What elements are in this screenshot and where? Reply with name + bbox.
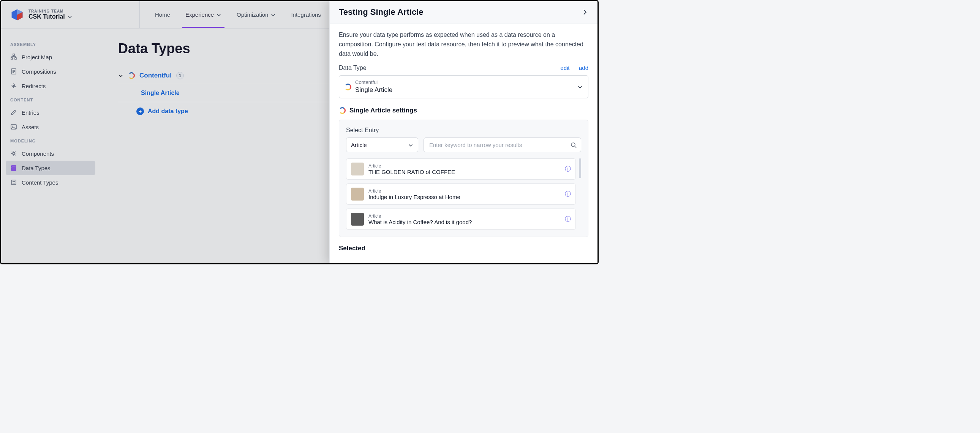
- sidebar-item-compositions[interactable]: Compositions: [6, 64, 95, 79]
- plus-icon: +: [136, 108, 144, 115]
- scrollbar[interactable]: [579, 158, 581, 178]
- info-icon[interactable]: ⓘ: [565, 165, 571, 173]
- entry-kind: Article: [368, 163, 560, 169]
- sidebar-item-label: Content Types: [22, 179, 58, 186]
- chevron-down-icon: [408, 142, 413, 148]
- brand-logo-icon: [10, 8, 24, 22]
- data-type-section-label: Data Type: [339, 65, 367, 72]
- settings-title: Single Article settings: [350, 107, 417, 114]
- panel-description: Ensure your data type performs as expect…: [339, 30, 589, 59]
- project-switcher[interactable]: TRAINING TEAM CSK Tutorial: [10, 8, 124, 22]
- sidebar-item-data-types[interactable]: Data Types: [6, 161, 95, 175]
- add-data-type-label: Add data type: [148, 108, 188, 115]
- nav-integrations[interactable]: Integrations: [291, 1, 321, 28]
- contentful-icon: [345, 84, 352, 91]
- sitemap-icon: [10, 54, 17, 60]
- sidebar-item-label: Components: [22, 150, 54, 157]
- entry-title: THE GOLDEN RATIO of COFFEE: [368, 169, 560, 175]
- info-icon[interactable]: ⓘ: [565, 190, 571, 198]
- entry-thumbnail: [351, 162, 364, 175]
- selector-type: Single Article: [355, 86, 392, 94]
- chevron-right-icon[interactable]: [582, 9, 589, 16]
- search-icon: [571, 142, 577, 148]
- sidebar-item-redirects[interactable]: Redirects: [6, 79, 95, 93]
- svg-line-20: [575, 146, 576, 148]
- nav-experience[interactable]: Experience: [185, 1, 221, 28]
- sidebar-item-content-types[interactable]: Content Types: [6, 175, 95, 189]
- group-modeling: MODELING: [6, 134, 95, 146]
- group-content: CONTENT: [6, 93, 95, 105]
- nav-home[interactable]: Home: [155, 1, 170, 28]
- org-label: TRAINING TEAM: [29, 9, 73, 13]
- sidebar-item-entries[interactable]: Entries: [6, 105, 95, 119]
- chevron-down-icon: [216, 12, 221, 18]
- entry-kind: Article: [368, 213, 560, 219]
- chevron-down-icon: [578, 84, 583, 90]
- entry-thumbnail: [351, 213, 364, 226]
- entry-item[interactable]: Article What is Acidity in Coffee? And i…: [346, 209, 576, 230]
- svg-rect-13: [11, 166, 16, 167]
- add-link[interactable]: add: [579, 65, 589, 71]
- document-icon: [10, 68, 17, 75]
- chevron-down-icon: [118, 73, 123, 78]
- sidebar: ASSEMBLY Project Map Compositions Redire…: [1, 29, 100, 263]
- info-icon[interactable]: ⓘ: [565, 215, 571, 223]
- entry-item[interactable]: Article THE GOLDEN RATIO of COFFEE ⓘ: [346, 158, 576, 180]
- image-icon: [10, 123, 17, 130]
- main-nav: Home Experience Optimization Integration…: [139, 1, 321, 28]
- sidebar-item-label: Compositions: [22, 68, 56, 75]
- svg-rect-16: [11, 180, 16, 185]
- data-type-name: Single Article: [141, 90, 180, 96]
- panel-title: Testing Single Article: [339, 7, 423, 17]
- search-input[interactable]: [423, 137, 581, 152]
- select-entry-label: Select Entry: [346, 127, 581, 134]
- project-name: CSK Tutorial: [29, 13, 65, 20]
- nav-optimization[interactable]: Optimization: [237, 1, 276, 28]
- panel-header: Testing Single Article: [330, 1, 598, 24]
- svg-point-12: [13, 152, 15, 154]
- chevron-down-icon: [67, 14, 73, 19]
- selected-heading: Selected: [339, 245, 589, 252]
- svg-rect-14: [11, 167, 16, 169]
- entry-title: Indulge in Luxury Espresso at Home: [368, 194, 560, 200]
- list-icon: [10, 179, 17, 186]
- settings-heading: Single Article settings: [339, 107, 589, 114]
- sidebar-item-assets[interactable]: Assets: [6, 119, 95, 134]
- svg-point-19: [571, 143, 575, 146]
- svg-point-11: [12, 126, 13, 126]
- sidebar-item-label: Project Map: [22, 54, 52, 60]
- database-icon: [10, 164, 17, 171]
- data-source-count: 1: [176, 72, 184, 80]
- entry-thumbnail: [351, 188, 364, 201]
- contentful-icon: [128, 72, 135, 79]
- entry-title: What is Acidity in Coffee? And is it goo…: [368, 219, 560, 225]
- contentful-icon: [339, 107, 346, 114]
- svg-rect-5: [15, 58, 16, 59]
- group-assembly: ASSEMBLY: [6, 38, 95, 50]
- chevron-down-icon: [270, 12, 276, 18]
- sidebar-item-label: Assets: [22, 124, 39, 130]
- sidebar-item-label: Data Types: [22, 165, 51, 171]
- gear-icon: [10, 150, 17, 157]
- redirect-icon: [10, 83, 17, 89]
- entry-item[interactable]: Article Indulge in Luxury Espresso at Ho…: [346, 183, 576, 205]
- sidebar-item-label: Redirects: [22, 83, 46, 89]
- selector-source: Contentful: [355, 80, 392, 86]
- settings-box: Select Entry Article: [339, 119, 589, 237]
- content-type-value: Article: [351, 142, 367, 148]
- svg-rect-15: [11, 169, 16, 170]
- pencil-icon: [10, 109, 17, 116]
- svg-rect-3: [13, 54, 14, 56]
- sidebar-item-label: Entries: [22, 109, 40, 116]
- content-type-dropdown[interactable]: Article: [346, 137, 418, 152]
- sidebar-item-components[interactable]: Components: [6, 146, 95, 161]
- side-panel: Testing Single Article Ensure your data …: [329, 1, 598, 263]
- data-source-name: Contentful: [139, 72, 172, 80]
- svg-rect-4: [11, 58, 13, 59]
- data-type-selector[interactable]: Contentful Single Article: [339, 75, 589, 99]
- sidebar-item-project-map[interactable]: Project Map: [6, 50, 95, 64]
- edit-link[interactable]: edit: [560, 65, 570, 71]
- entry-kind: Article: [368, 188, 560, 194]
